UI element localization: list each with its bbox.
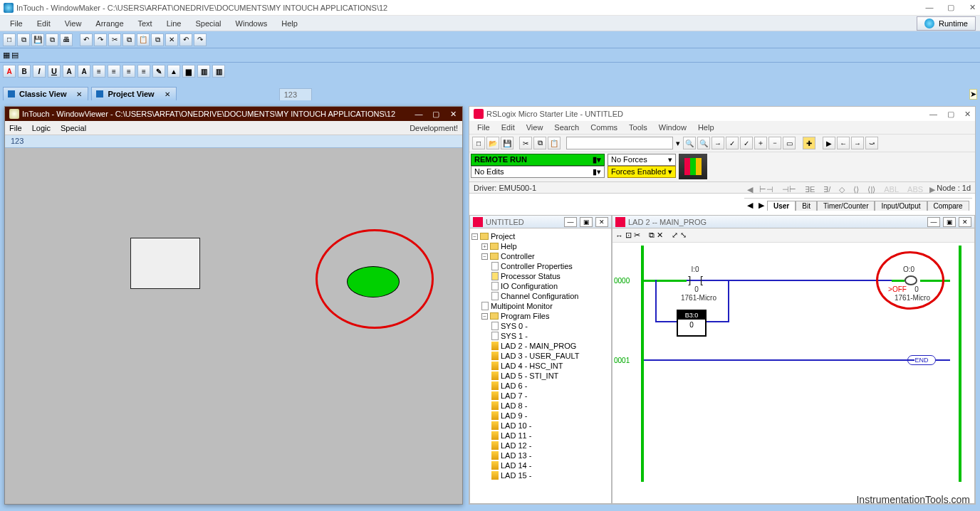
tree-multipoint[interactable]: Multipoint Monitor [491, 302, 553, 310]
document-tab[interactable]: 123 [279, 88, 312, 101]
tree-sys1[interactable]: SYS 1 - [501, 332, 528, 340]
tree-chan-config[interactable]: Channel Configuration [501, 292, 578, 300]
tree-lad11[interactable]: LAD 11 - [501, 431, 531, 440]
color-icon[interactable]: ▆ [182, 65, 195, 78]
rs-menu-view[interactable]: View [521, 122, 548, 133]
grad-icon[interactable]: ▥ [197, 65, 210, 78]
ellipse-shape[interactable] [347, 266, 400, 297]
menu-line[interactable]: Line [161, 18, 187, 29]
ladder-body[interactable]: 0000 0001 I:0 ] [ 0 1761-Micro B3:0 0 [612, 243, 974, 503]
dup-icon[interactable]: ⧉ [151, 33, 164, 46]
close-icon[interactable]: ✕ [76, 90, 82, 98]
tree-controller[interactable]: Controller [501, 252, 535, 260]
minimize-icon[interactable]: — [927, 217, 940, 227]
fwd-icon[interactable]: → [851, 137, 864, 149]
restore-icon[interactable]: ▣ [580, 217, 593, 227]
instr-icon[interactable]: ⟨⟩ [851, 185, 861, 194]
minimize-icon[interactable]: — [414, 110, 424, 118]
open-icon[interactable]: ⧉ [17, 33, 30, 46]
fit-icon[interactable]: ▭ [783, 137, 796, 149]
copy-icon[interactable]: ⧉ [533, 137, 546, 149]
tab-io[interactable]: Input/Output [875, 201, 927, 211]
instr-icon[interactable]: ⊢⊣ [757, 185, 776, 194]
lad-tb-icon[interactable]: ⤢ [672, 231, 678, 240]
instr-icon[interactable]: ABS [905, 185, 925, 194]
lad-tb-icon[interactable]: ⊡ [625, 231, 632, 240]
new-icon[interactable]: □ [3, 33, 16, 46]
menu-windows[interactable]: Windows [230, 18, 273, 29]
scroll-left-icon[interactable]: ◀ [744, 200, 756, 211]
rs-titlebar[interactable]: RSLogix Micro Starter Lite - UNTITLED — … [469, 107, 975, 121]
menu-file[interactable]: File [4, 18, 28, 29]
tree-proc-status[interactable]: Processor Status [501, 272, 561, 280]
lad-titlebar[interactable]: LAD 2 -- MAIN_PROG — ▣ ✕ [612, 216, 974, 228]
tree-lad15[interactable]: LAD 15 - [501, 471, 531, 480]
save-icon[interactable]: 💾 [31, 33, 44, 46]
dropdown-icon[interactable]: ▾ [674, 139, 682, 148]
tb2-a-icon[interactable]: ▦ [3, 51, 10, 60]
rectangle-shape[interactable] [130, 238, 200, 289]
copy-icon[interactable]: ⧉ [123, 33, 135, 46]
xic-b3[interactable]: B3:0 0 [677, 310, 707, 337]
tree-io-config[interactable]: IO Configuration [501, 282, 558, 290]
tree-ctrl-props[interactable]: Controller Properties [501, 262, 573, 270]
rs-menu-window[interactable]: Window [654, 122, 692, 133]
tree-project[interactable]: Project [491, 232, 515, 241]
open-icon[interactable]: 📂 [486, 137, 499, 149]
tree-lad14[interactable]: LAD 14 - [501, 461, 531, 470]
instr-icon[interactable]: ABL [882, 185, 901, 194]
tree-lad6[interactable]: LAD 6 - [501, 381, 527, 390]
tree-lad8[interactable]: LAD 8 - [501, 401, 527, 410]
del-icon[interactable]: ✕ [165, 33, 178, 46]
wv-development-label[interactable]: Development! [410, 124, 458, 132]
undo-icon[interactable]: ↶ [80, 33, 93, 46]
instr-icon[interactable]: ⟨|⟩ [865, 185, 877, 194]
tab-compare[interactable]: Compare [927, 201, 969, 211]
lad-tb-icon[interactable]: ⤡ [680, 231, 687, 240]
redo-icon[interactable]: ↷ [94, 33, 107, 46]
rs-menu-search[interactable]: Search [549, 122, 584, 133]
maximize-icon[interactable]: ▢ [947, 3, 955, 12]
tab-user[interactable]: User [767, 201, 796, 211]
instr-icon[interactable]: ◇ [837, 185, 847, 194]
restore-icon[interactable]: ▣ [943, 217, 956, 227]
tree-lad3[interactable]: LAD 3 - USER_FAULT [501, 352, 579, 360]
align-right-icon[interactable]: ≡ [123, 65, 135, 78]
zoomin-icon[interactable]: ＋ [754, 137, 767, 149]
menu-edit[interactable]: Edit [31, 18, 56, 29]
close-icon[interactable]: ✕ [964, 110, 971, 119]
font-a-icon[interactable]: A [3, 65, 16, 78]
font-inc-icon[interactable]: A [78, 65, 90, 78]
close-icon[interactable]: ✕ [595, 217, 608, 227]
wv-titlebar[interactable]: InTouch - WindowViewer - C:\USERS\ARFAT\… [5, 107, 462, 121]
menu-arrange[interactable]: Arrange [90, 18, 129, 29]
tab-project-view[interactable]: Project View ✕ [91, 87, 176, 101]
tree-lad5[interactable]: LAD 5 - STI_INT [501, 372, 558, 380]
no-edits-status[interactable]: No Edits▮▾ [471, 166, 605, 178]
tb2-b-icon[interactable]: ▤ [11, 51, 19, 60]
xic-symbol[interactable]: ] [ [687, 275, 704, 286]
fill-icon[interactable]: ▲ [167, 65, 180, 78]
scroll-right-icon[interactable]: ▶ [929, 185, 935, 194]
lad-tb-icon[interactable]: ✕ [657, 231, 663, 240]
rs-menu-edit[interactable]: Edit [496, 122, 520, 133]
wv-menu-file[interactable]: File [9, 124, 22, 132]
lad-tb-icon[interactable]: ↔ [615, 231, 623, 240]
menu-text[interactable]: Text [132, 18, 158, 29]
instr-icon[interactable]: ∃/ [821, 185, 833, 194]
minimize-icon[interactable]: — [564, 217, 577, 227]
new-icon[interactable]: □ [472, 137, 485, 149]
tree-lad4[interactable]: LAD 4 - HSC_INT [501, 362, 563, 370]
tree-sys0[interactable]: SYS 0 - [501, 322, 528, 330]
tree-lad2[interactable]: LAD 2 - MAIN_PROG [501, 342, 576, 350]
zoomout-icon[interactable]: － [768, 137, 781, 149]
rs-menu-comms[interactable]: Comms [585, 122, 622, 133]
menu-special[interactable]: Special [189, 18, 226, 29]
menu-view[interactable]: View [59, 18, 88, 29]
align-center-icon[interactable]: ≡ [108, 65, 120, 78]
minimize-icon[interactable]: — [929, 110, 937, 118]
tree-lad9[interactable]: LAD 9 - [501, 411, 527, 420]
print-icon[interactable]: 🖶 [60, 33, 73, 46]
wv-menu-special[interactable]: Special [61, 124, 86, 132]
align-left-icon[interactable]: ≡ [93, 65, 105, 78]
